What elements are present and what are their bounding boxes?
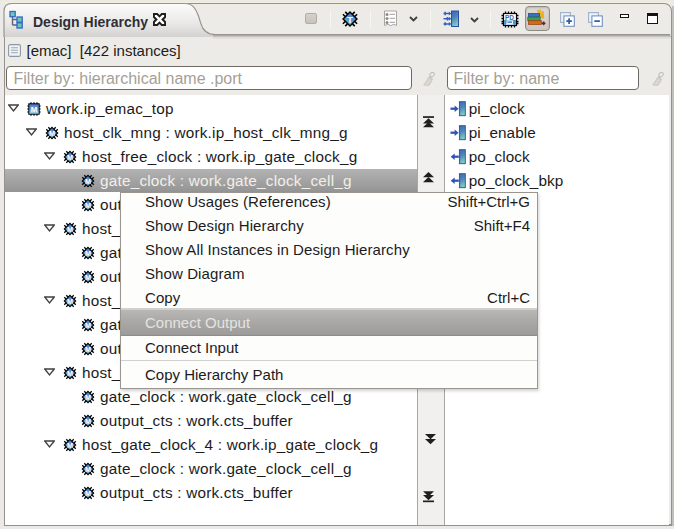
svg-text:PD: PD [505,14,514,21]
svg-text:T: T [347,14,353,25]
